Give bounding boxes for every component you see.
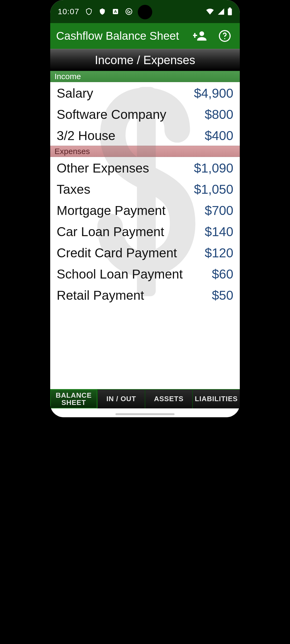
row-label: Taxes (57, 182, 90, 197)
gesture-bar (115, 413, 175, 415)
person-add-icon (193, 29, 207, 43)
list-item[interactable]: Retail Payment $50 (50, 284, 240, 305)
row-value: $60 (212, 267, 233, 281)
row-value: $800 (205, 107, 233, 122)
app-actions (193, 29, 234, 43)
row-value: $140 (205, 224, 233, 239)
help-button[interactable] (218, 29, 232, 43)
row-label: Mortgage Payment (57, 203, 166, 218)
tab-label: LIABILITIES (195, 395, 238, 402)
add-person-button[interactable] (193, 29, 207, 43)
tab-in-out[interactable]: IN / OUT (98, 390, 145, 408)
shield-outline-icon (85, 8, 93, 15)
svg-rect-5 (229, 8, 231, 9)
row-label: School Loan Payment (57, 267, 183, 281)
row-value: $50 (212, 288, 233, 303)
cell-signal-icon (217, 8, 225, 15)
app-title: Cashflow Balance Sheet (56, 30, 193, 42)
device-frame: 10:07 A (50, 0, 240, 417)
app-bar: Cashflow Balance Sheet (50, 23, 240, 49)
status-left: 10:07 A (58, 7, 142, 16)
tab-liabilities[interactable]: LIABILITIES (193, 390, 240, 408)
row-value: $1,090 (194, 161, 233, 175)
tab-label: BALANCE SHEET (56, 392, 92, 407)
row-value: $700 (205, 203, 233, 218)
svg-rect-4 (228, 9, 232, 15)
list-item[interactable]: Car Loan Payment $140 (50, 221, 240, 242)
svg-point-6 (200, 31, 204, 36)
list-item[interactable]: Software Company $800 (50, 103, 240, 125)
row-value: $400 (205, 128, 233, 143)
row-label: Software Company (57, 107, 166, 122)
svg-point-12 (224, 38, 225, 39)
row-label: Credit Card Payment (57, 246, 177, 260)
wifi-icon (205, 8, 215, 15)
svg-rect-10 (194, 33, 195, 38)
row-label: Other Expenses (57, 161, 149, 175)
row-label: Salary (57, 86, 93, 101)
svg-text:A: A (114, 9, 117, 14)
tab-balance-sheet[interactable]: BALANCE SHEET (50, 390, 98, 408)
row-label: Car Loan Payment (57, 224, 164, 239)
list-item[interactable]: Other Expenses $1,090 (50, 157, 240, 178)
list-item[interactable]: Mortgage Payment $700 (50, 199, 240, 221)
tab-assets[interactable]: ASSETS (145, 390, 193, 408)
camera-hole (138, 5, 152, 19)
bottom-tabs: BALANCE SHEET IN / OUT ASSETS LIABILITIE… (50, 389, 240, 408)
tab-label: IN / OUT (106, 395, 136, 402)
group-header-income: Income (50, 71, 240, 82)
row-label: 3/2 House (57, 128, 115, 143)
group-header-expenses: Expenses (50, 146, 240, 157)
list-item[interactable]: School Loan Payment $60 (50, 263, 240, 284)
page-heading: Income / Expenses (50, 49, 240, 71)
status-bar: 10:07 A (50, 0, 240, 23)
tab-label: ASSETS (154, 395, 183, 402)
group-label: Income (55, 72, 81, 81)
content-area: Income Salary $4,900 Software Company $8… (50, 71, 240, 390)
row-label: Retail Payment (57, 288, 144, 303)
battery-icon (227, 8, 232, 16)
help-circle-icon (218, 30, 231, 42)
status-right (205, 8, 232, 16)
row-value: $1,050 (194, 182, 233, 197)
clock: 10:07 (58, 7, 79, 16)
list-item[interactable]: Credit Card Payment $120 (50, 242, 240, 263)
list-item[interactable]: Salary $4,900 (50, 82, 240, 103)
google-g-icon (125, 8, 133, 16)
row-value: $120 (205, 246, 233, 260)
row-value: $4,900 (194, 86, 233, 101)
list-item[interactable]: 3/2 House $400 (50, 125, 240, 146)
shield-filled-icon (99, 8, 106, 15)
group-label: Expenses (55, 147, 90, 156)
list-item[interactable]: Taxes $1,050 (50, 178, 240, 199)
app-badge-icon: A (112, 8, 119, 15)
